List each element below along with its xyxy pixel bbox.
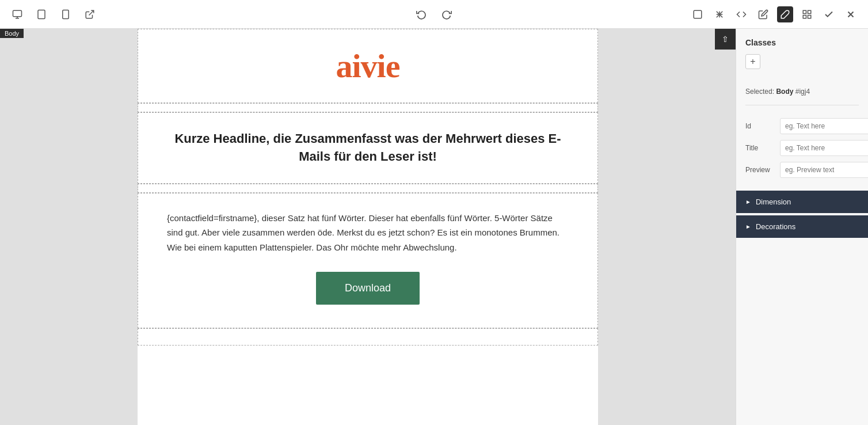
selected-label: Selected:: [745, 88, 774, 96]
preview-label: Preview: [745, 166, 775, 174]
tablet-icon[interactable]: [33, 6, 50, 22]
body-paragraph: {contactfield=firstname}, dieser Satz ha…: [167, 211, 569, 255]
email-section-body: {contactfield=firstname}, dieser Satz ha…: [138, 193, 598, 329]
toolbar: [0, 0, 868, 29]
title-label: Title: [745, 144, 775, 152]
edit-icon[interactable]: [755, 6, 771, 22]
decorations-label: Decorations: [756, 222, 795, 231]
right-panel: Classes + Selected: Body #igj4 Id Title …: [736, 29, 868, 425]
grid-icon[interactable]: [799, 6, 815, 22]
toolbar-left: [9, 6, 98, 22]
svg-rect-16: [808, 15, 811, 18]
email-canvas: aivie Kurze Headline, die Zusammenfasst …: [138, 29, 598, 425]
dimension-chevron-icon: ►: [745, 199, 751, 205]
svg-rect-13: [803, 10, 806, 13]
selected-element: Body: [776, 88, 793, 96]
mobile-icon[interactable]: [58, 6, 74, 22]
code-icon[interactable]: [733, 6, 749, 22]
svg-rect-0: [13, 10, 22, 17]
preview-field: Preview: [745, 162, 859, 178]
canvas-area[interactable]: Body ⇧ aivie Kurze Headline, die Zusamme…: [0, 29, 736, 425]
undo-button[interactable]: [413, 6, 429, 22]
toolbar-right: [690, 6, 859, 22]
email-section-logo: aivie: [138, 29, 598, 103]
download-button-wrapper: Download: [167, 272, 569, 305]
title-field: Title: [745, 140, 859, 156]
add-class-button[interactable]: +: [745, 54, 760, 69]
selected-id: #igj4: [795, 88, 810, 96]
move-icon[interactable]: [711, 6, 728, 22]
close-icon[interactable]: [843, 6, 859, 22]
download-button[interactable]: Download: [316, 272, 420, 305]
svg-rect-8: [694, 10, 702, 18]
classes-section: Classes +: [736, 29, 868, 74]
main-area: Body ⇧ aivie Kurze Headline, die Zusamme…: [0, 29, 868, 425]
redo-button[interactable]: [439, 6, 455, 22]
brush-icon[interactable]: [777, 6, 793, 22]
check-icon[interactable]: [821, 6, 837, 22]
id-field: Id: [745, 118, 859, 134]
external-link-icon[interactable]: [82, 6, 98, 22]
email-section-footer: [138, 328, 598, 346]
title-input[interactable]: [780, 140, 868, 156]
select-mode-icon[interactable]: [690, 6, 706, 22]
scroll-up-button[interactable]: ⇧: [715, 29, 736, 50]
preview-input[interactable]: [780, 162, 868, 178]
svg-rect-14: [808, 10, 811, 13]
toolbar-center: [413, 6, 455, 22]
logo-text: aivie: [150, 47, 586, 85]
dimension-label: Dimension: [756, 198, 791, 206]
desktop-icon[interactable]: [9, 6, 25, 22]
decorations-chevron-icon: ►: [745, 223, 751, 230]
svg-rect-15: [803, 15, 806, 18]
selected-info: Selected: Body #igj4: [745, 88, 859, 96]
email-section-headline: Kurze Headline, die Zusammenfasst was de…: [138, 112, 598, 184]
svg-line-7: [89, 10, 94, 15]
email-section-divider: [138, 103, 598, 112]
panel-divider-1: [745, 105, 859, 105]
id-input[interactable]: [780, 118, 868, 134]
dimension-accordion[interactable]: ► Dimension: [736, 191, 868, 213]
body-label: Body: [0, 29, 24, 38]
decorations-accordion[interactable]: ► Decorations: [736, 215, 868, 238]
selected-section: Selected: Body #igj4 Id Title Preview: [736, 74, 868, 188]
id-label: Id: [745, 122, 775, 130]
headline-text: Kurze Headline, die Zusammenfasst was de…: [173, 130, 563, 166]
email-section-divider-2: [138, 184, 598, 193]
classes-title: Classes: [745, 38, 859, 47]
